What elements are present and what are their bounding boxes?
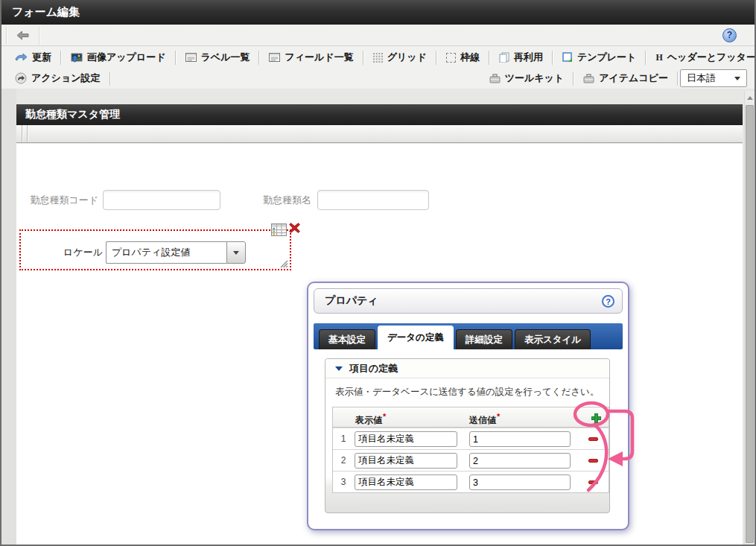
delete-x-icon[interactable] xyxy=(288,221,302,235)
divider xyxy=(677,72,679,86)
tab-data-definition[interactable]: データの定義 xyxy=(378,326,454,349)
divider xyxy=(645,51,647,65)
locale-select-arrow-button[interactable] xyxy=(226,241,246,264)
divider xyxy=(175,51,177,65)
item-definition-section-header[interactable]: 項目の定義 xyxy=(325,359,609,378)
table-row: 1 xyxy=(333,428,609,449)
definition-table: 表示値* 送信値* 1 2 3 xyxy=(332,407,609,493)
header-footer-button[interactable]: H ヘッダーとフッター xyxy=(648,48,756,66)
back-button[interactable] xyxy=(9,27,36,44)
grid-button[interactable]: グリッド xyxy=(366,48,434,66)
action-settings-icon xyxy=(15,72,27,84)
toolkit-button[interactable]: ツールキット xyxy=(482,69,572,87)
locale-select[interactable]: プロパティ設定値 xyxy=(106,241,226,264)
display-value-input[interactable] xyxy=(355,453,457,469)
name-field-label: 勤怠種類名 xyxy=(255,190,311,210)
col-header-display: 表示値* xyxy=(355,412,386,427)
tab-basic-settings[interactable]: 基本設定 xyxy=(319,329,375,349)
grid-icon xyxy=(373,53,383,63)
table-row: 2 xyxy=(333,449,609,471)
tab-display-style[interactable]: 表示スタイル xyxy=(515,329,591,349)
action-settings-label: アクション設定 xyxy=(31,72,101,85)
form-editor-window: フォーム編集 ? 更新 画像アップロード ラベル一覧 xyxy=(0,0,756,546)
page-title: フォーム編集 xyxy=(12,5,80,19)
name-field-input[interactable] xyxy=(317,190,429,210)
row-number: 3 xyxy=(333,472,354,492)
reuse-label: 再利用 xyxy=(514,51,543,64)
toolbar-row-2-right: ツールキット アイテムコピー 日本語 xyxy=(482,68,747,89)
send-value-input[interactable] xyxy=(469,453,571,469)
section-header: 勤怠種類マスタ管理 xyxy=(16,104,743,125)
row-number: 2 xyxy=(333,450,354,471)
add-row-button[interactable] xyxy=(591,413,600,422)
label-list-icon xyxy=(185,53,197,62)
header-footer-label: ヘッダーとフッター xyxy=(667,51,756,64)
code-field-input[interactable] xyxy=(103,190,220,210)
divider xyxy=(573,72,574,86)
display-value-input[interactable] xyxy=(355,431,457,447)
language-select[interactable]: 日本語 xyxy=(680,69,747,87)
label-list-button[interactable]: ラベル一覧 xyxy=(178,48,258,66)
grid-label: グリッド xyxy=(387,51,427,64)
table-row: 3 xyxy=(333,471,609,492)
item-definition-title: 項目の定義 xyxy=(349,362,398,375)
label-list-label: ラベル一覧 xyxy=(201,51,250,64)
left-gutter xyxy=(1,89,16,545)
collapse-triangle-icon xyxy=(335,366,343,371)
display-value-input[interactable] xyxy=(355,474,457,490)
vertical-scrollbar[interactable] xyxy=(744,91,755,545)
language-value: 日本語 xyxy=(687,72,716,85)
dialog-help-button[interactable]: ? xyxy=(602,295,614,308)
toolkit-label: ツールキット xyxy=(505,72,565,85)
action-settings-button[interactable]: アクション設定 xyxy=(7,69,108,87)
send-value-input[interactable] xyxy=(469,474,571,490)
send-value-input[interactable] xyxy=(469,431,571,447)
row-number: 1 xyxy=(333,428,354,449)
locale-label: ロケール xyxy=(60,241,103,264)
remove-row-button[interactable] xyxy=(588,437,598,441)
toolbar-row-1: 更新 画像アップロード ラベル一覧 フィールド一覧 グリッド xyxy=(1,47,755,68)
remove-row-button[interactable] xyxy=(588,459,598,463)
item-copy-button[interactable]: アイテムコピー xyxy=(576,69,676,87)
image-upload-button[interactable]: 画像アップロード xyxy=(63,48,174,66)
code-field-label: 勤怠種類コード xyxy=(22,190,98,210)
border-icon xyxy=(446,53,456,63)
field-list-label: フィールド一覧 xyxy=(285,51,353,64)
dialog-header[interactable]: プロパティ ? xyxy=(314,288,623,314)
field-list-button[interactable]: フィールド一覧 xyxy=(261,48,360,66)
divider xyxy=(22,125,23,142)
locale-select-value: プロパティ設定値 xyxy=(112,247,191,258)
instruction-text: 表示値・データベースに送信する値の設定を行ってください。 xyxy=(335,386,599,399)
reuse-button[interactable]: 再利用 xyxy=(492,48,550,66)
chevron-down-icon xyxy=(734,77,740,80)
nav-row: ? xyxy=(1,25,755,46)
table-settings-icon[interactable] xyxy=(271,223,287,236)
tab-detail-settings[interactable]: 詳細設定 xyxy=(456,329,512,349)
back-arrow-icon xyxy=(16,31,29,40)
field-list-icon xyxy=(269,53,280,62)
table-header-row: 表示値* 送信値* xyxy=(333,407,609,428)
divider xyxy=(60,51,62,65)
scrollbar-thumb[interactable] xyxy=(746,105,754,543)
divider xyxy=(6,26,7,45)
divider xyxy=(436,51,437,65)
divider xyxy=(109,72,111,86)
resize-handle[interactable] xyxy=(279,259,288,268)
update-button[interactable]: 更新 xyxy=(7,48,59,66)
border-label: 枠線 xyxy=(460,51,480,64)
dialog-title: プロパティ xyxy=(325,294,378,308)
template-icon xyxy=(562,52,573,63)
toolkit-icon xyxy=(489,74,501,83)
divider xyxy=(552,51,553,65)
remove-row-button[interactable] xyxy=(588,480,598,484)
property-dialog: プロパティ ? 基本設定 データの定義 詳細設定 表示スタイル 項目の定義 表示… xyxy=(307,282,629,530)
item-copy-label: アイテムコピー xyxy=(599,72,668,85)
divider xyxy=(363,51,364,65)
border-button[interactable]: 枠線 xyxy=(439,48,487,66)
dialog-tab-bar: 基本設定 データの定義 詳細設定 表示スタイル xyxy=(314,323,623,349)
divider xyxy=(27,125,28,142)
update-icon xyxy=(15,53,28,62)
help-button[interactable]: ? xyxy=(722,28,737,42)
template-button[interactable]: テンプレート xyxy=(555,48,644,66)
scroll-up-button[interactable] xyxy=(745,92,755,103)
